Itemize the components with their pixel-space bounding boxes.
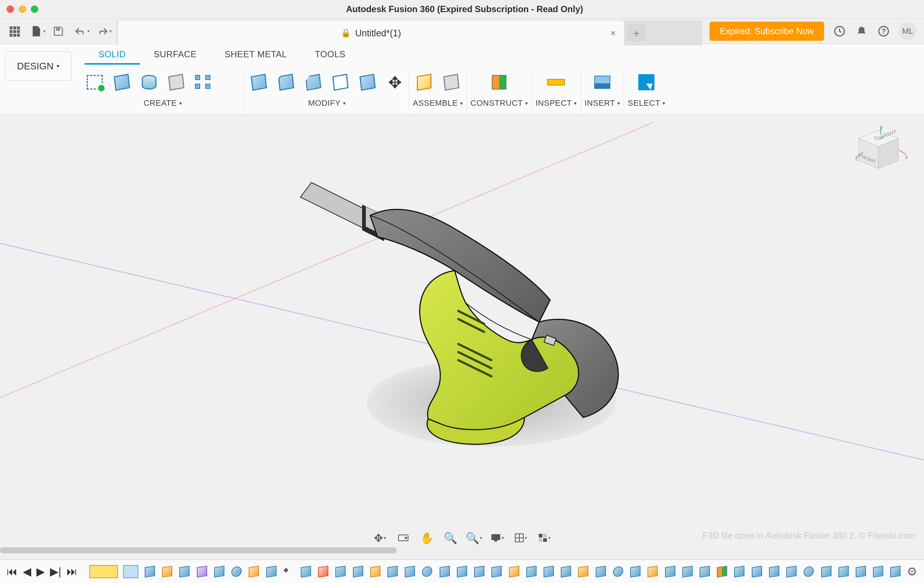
create-sketch-button[interactable]: [84, 72, 105, 92]
timeline-feature[interactable]: ✥: [282, 565, 295, 578]
save-button[interactable]: [51, 24, 65, 38]
display-settings-button[interactable]: ▾: [490, 530, 505, 545]
undo-button[interactable]: ▾: [73, 24, 87, 38]
tab-tools[interactable]: TOOLS: [301, 44, 359, 64]
timeline-feature[interactable]: [300, 565, 312, 578]
timeline-settings-button[interactable]: ⚙: [907, 565, 917, 579]
pan-button[interactable]: ✋: [419, 530, 434, 545]
timeline-feature[interactable]: [439, 565, 450, 578]
maximize-window-button[interactable]: [31, 5, 38, 13]
timeline-last-button[interactable]: ⏭: [66, 565, 78, 578]
group-inspect-label[interactable]: INSPECT▾: [535, 97, 577, 108]
minimize-window-button[interactable]: [19, 5, 26, 13]
timeline-feature[interactable]: [404, 565, 416, 578]
timeline-feature[interactable]: [647, 565, 659, 578]
orbit-button[interactable]: ✥▾: [372, 530, 387, 545]
timeline-group-2[interactable]: [123, 565, 139, 578]
timeline-feature[interactable]: [664, 565, 676, 578]
timeline-feature[interactable]: [178, 565, 191, 578]
timeline-feature[interactable]: [837, 565, 850, 578]
timeline-feature[interactable]: [456, 565, 468, 578]
insert-image-button[interactable]: [592, 72, 612, 92]
help-icon[interactable]: ?: [877, 25, 890, 38]
horizontal-scrollbar[interactable]: [0, 547, 924, 553]
timeline-feature[interactable]: [525, 565, 537, 578]
timeline-feature[interactable]: [265, 565, 277, 578]
job-status-icon[interactable]: [833, 25, 846, 38]
timeline-feature[interactable]: [751, 565, 763, 578]
timeline-feature[interactable]: [820, 565, 832, 578]
timeline-feature[interactable]: [196, 565, 208, 578]
joint-button[interactable]: [441, 72, 462, 92]
new-tab-button[interactable]: ＋: [627, 24, 646, 42]
timeline-feature[interactable]: [248, 565, 260, 578]
timeline-feature[interactable]: [144, 565, 156, 578]
group-modify-label[interactable]: MODIFY▾: [308, 97, 346, 108]
timeline-feature[interactable]: [872, 565, 884, 578]
timeline-feature[interactable]: [733, 565, 746, 578]
file-menu-button[interactable]: ▾: [30, 24, 43, 38]
pattern-button[interactable]: [193, 72, 214, 92]
timeline-feature[interactable]: [508, 565, 520, 578]
timeline-feature[interactable]: [386, 565, 398, 578]
timeline-feature[interactable]: [716, 565, 728, 578]
create-form-button[interactable]: [220, 72, 241, 92]
fillet-button[interactable]: [276, 72, 296, 92]
zoom-button[interactable]: 🔍: [443, 530, 458, 545]
hole-button[interactable]: [166, 72, 186, 92]
timeline-feature[interactable]: [785, 565, 797, 578]
timeline-first-button[interactable]: ⏮: [7, 565, 18, 578]
timeline-feature[interactable]: [543, 565, 554, 578]
timeline-group-1[interactable]: [89, 565, 118, 578]
measure-button[interactable]: [546, 72, 566, 92]
move-button[interactable]: ✥: [384, 72, 405, 92]
timeline-feature[interactable]: [213, 565, 225, 578]
timeline-feature[interactable]: [855, 565, 867, 578]
workspace-switcher[interactable]: DESIGN▾: [5, 51, 71, 81]
tab-sheetmetal[interactable]: SHEET METAL: [210, 44, 301, 64]
viewcube[interactable]: TOP FRONT RIGHT x y z: [854, 124, 909, 183]
model-reciprocating-saw[interactable]: [260, 138, 664, 487]
tab-surface[interactable]: SURFACE: [140, 44, 211, 64]
tab-solid[interactable]: SOLID: [84, 44, 140, 64]
timeline-next-button[interactable]: ▶|: [50, 565, 61, 578]
timeline-feature[interactable]: [161, 565, 173, 578]
timeline-feature[interactable]: [421, 565, 433, 578]
select-button[interactable]: [636, 72, 657, 92]
timeline-feature[interactable]: [352, 565, 364, 578]
timeline-prev-button[interactable]: ◀: [23, 565, 31, 578]
zoom-fit-button[interactable]: 🔍▾: [466, 530, 481, 545]
timeline-play-button[interactable]: ▶: [36, 565, 45, 578]
timeline-feature[interactable]: [803, 565, 815, 578]
close-tab-button[interactable]: ×: [610, 28, 616, 39]
group-create-label[interactable]: CREATE▾: [144, 97, 182, 108]
group-insert-label[interactable]: INSERT▾: [585, 97, 620, 108]
timeline-feature[interactable]: [889, 565, 902, 578]
revolve-button[interactable]: [139, 72, 159, 92]
shell-button[interactable]: [330, 72, 351, 92]
user-avatar[interactable]: ML: [899, 22, 917, 40]
timeline-feature[interactable]: [629, 565, 641, 578]
timeline-feature[interactable]: [560, 565, 572, 578]
viewports-button[interactable]: ▾: [537, 530, 552, 545]
timeline-feature[interactable]: [612, 565, 624, 578]
lookat-button[interactable]: [396, 530, 411, 545]
timeline-feature[interactable]: [768, 565, 780, 578]
group-select-label[interactable]: SELECT▾: [628, 97, 665, 108]
timeline-feature[interactable]: [317, 565, 329, 578]
timeline-feature[interactable]: [230, 565, 243, 578]
redo-button[interactable]: ▾: [96, 24, 109, 38]
new-component-button[interactable]: [414, 72, 434, 92]
combine-button[interactable]: [357, 72, 378, 92]
chamfer-button[interactable]: [303, 72, 323, 92]
extrude-button[interactable]: [112, 72, 132, 92]
timeline-feature[interactable]: [698, 565, 711, 578]
timeline-feature[interactable]: [491, 565, 503, 578]
timeline-feature[interactable]: [335, 565, 346, 578]
group-construct-label[interactable]: CONSTRUCT▾: [470, 97, 528, 108]
group-assemble-label[interactable]: ASSEMBLE▾: [413, 97, 463, 108]
close-window-button[interactable]: [7, 5, 14, 13]
timeline-feature[interactable]: [681, 565, 693, 578]
document-tab-active[interactable]: 🔒 Untitled*(1) ×: [117, 20, 624, 46]
data-panel-button[interactable]: [7, 24, 21, 38]
